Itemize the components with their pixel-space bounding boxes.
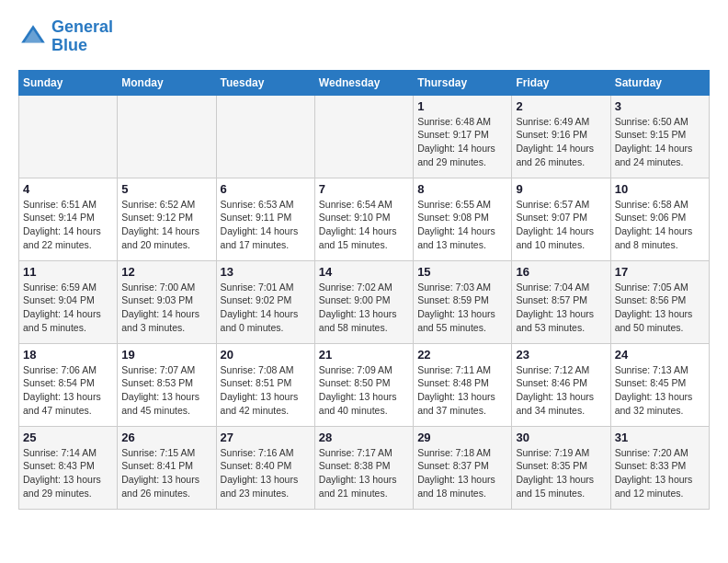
calendar-table: SundayMondayTuesdayWednesdayThursdayFrid… xyxy=(18,70,710,510)
day-number: 21 xyxy=(319,348,409,362)
calendar-cell: 7Sunrise: 6:54 AM Sunset: 9:10 PM Daylig… xyxy=(314,178,413,260)
day-number: 26 xyxy=(121,431,211,444)
day-number: 23 xyxy=(516,348,606,362)
logo-text: General Blue xyxy=(51,18,113,55)
calendar-cell: 20Sunrise: 7:08 AM Sunset: 8:51 PM Dayli… xyxy=(216,343,314,426)
day-number: 7 xyxy=(319,182,409,196)
day-number: 12 xyxy=(121,265,211,279)
day-number: 29 xyxy=(417,431,507,444)
calendar-cell: 22Sunrise: 7:11 AM Sunset: 8:48 PM Dayli… xyxy=(414,343,512,426)
calendar-cell: 3Sunrise: 6:50 AM Sunset: 9:15 PM Daylig… xyxy=(610,95,709,178)
day-info: Sunrise: 7:18 AM Sunset: 8:37 PM Dayligh… xyxy=(417,446,507,500)
calendar-cell: 14Sunrise: 7:02 AM Sunset: 9:00 PM Dayli… xyxy=(314,260,413,343)
day-number: 20 xyxy=(221,348,311,362)
weekday-header-monday: Monday xyxy=(118,70,216,95)
logo: General Blue xyxy=(18,18,113,55)
weekday-header-row: SundayMondayTuesdayWednesdayThursdayFrid… xyxy=(19,70,710,95)
day-number: 3 xyxy=(615,99,705,113)
day-info: Sunrise: 7:16 AM Sunset: 8:40 PM Dayligh… xyxy=(221,446,311,500)
day-number: 30 xyxy=(516,431,606,444)
page-header: General Blue xyxy=(18,18,710,55)
day-info: Sunrise: 7:00 AM Sunset: 9:03 PM Dayligh… xyxy=(121,281,211,335)
day-number: 13 xyxy=(221,265,311,279)
day-number: 17 xyxy=(615,265,705,279)
calendar-week-3: 11Sunrise: 6:59 AM Sunset: 9:04 PM Dayli… xyxy=(19,260,710,343)
weekday-header-tuesday: Tuesday xyxy=(216,70,314,95)
calendar-cell: 9Sunrise: 6:57 AM Sunset: 9:07 PM Daylig… xyxy=(512,178,610,260)
calendar-cell xyxy=(19,95,118,178)
calendar-week-5: 25Sunrise: 7:14 AM Sunset: 8:43 PM Dayli… xyxy=(19,426,710,509)
day-info: Sunrise: 7:13 AM Sunset: 8:45 PM Dayligh… xyxy=(615,363,705,418)
day-number: 9 xyxy=(516,182,606,196)
day-number: 14 xyxy=(319,265,409,279)
day-info: Sunrise: 6:55 AM Sunset: 9:08 PM Dayligh… xyxy=(417,198,507,252)
day-number: 10 xyxy=(615,182,705,196)
day-info: Sunrise: 6:48 AM Sunset: 9:17 PM Dayligh… xyxy=(417,115,507,169)
day-info: Sunrise: 6:57 AM Sunset: 9:07 PM Dayligh… xyxy=(516,198,606,252)
day-number: 2 xyxy=(516,99,606,113)
day-info: Sunrise: 7:14 AM Sunset: 8:43 PM Dayligh… xyxy=(23,446,113,500)
calendar-cell: 23Sunrise: 7:12 AM Sunset: 8:46 PM Dayli… xyxy=(512,343,610,426)
calendar-cell: 28Sunrise: 7:17 AM Sunset: 8:38 PM Dayli… xyxy=(314,426,413,509)
calendar-week-4: 18Sunrise: 7:06 AM Sunset: 8:54 PM Dayli… xyxy=(19,343,710,426)
calendar-cell: 29Sunrise: 7:18 AM Sunset: 8:37 PM Dayli… xyxy=(414,426,512,509)
calendar-cell: 5Sunrise: 6:52 AM Sunset: 9:12 PM Daylig… xyxy=(118,178,216,260)
calendar-cell: 17Sunrise: 7:05 AM Sunset: 8:56 PM Dayli… xyxy=(610,260,709,343)
day-number: 4 xyxy=(23,182,113,196)
calendar-cell: 6Sunrise: 6:53 AM Sunset: 9:11 PM Daylig… xyxy=(216,178,314,260)
day-info: Sunrise: 7:09 AM Sunset: 8:50 PM Dayligh… xyxy=(319,363,409,418)
day-info: Sunrise: 7:17 AM Sunset: 8:38 PM Dayligh… xyxy=(319,446,409,500)
weekday-header-sunday: Sunday xyxy=(19,70,118,95)
logo-icon xyxy=(18,22,48,52)
day-info: Sunrise: 7:07 AM Sunset: 8:53 PM Dayligh… xyxy=(121,363,211,418)
calendar-cell: 13Sunrise: 7:01 AM Sunset: 9:02 PM Dayli… xyxy=(216,260,314,343)
day-info: Sunrise: 6:49 AM Sunset: 9:16 PM Dayligh… xyxy=(516,115,606,169)
day-info: Sunrise: 7:04 AM Sunset: 8:57 PM Dayligh… xyxy=(516,281,606,335)
calendar-cell: 2Sunrise: 6:49 AM Sunset: 9:16 PM Daylig… xyxy=(512,95,610,178)
day-info: Sunrise: 7:11 AM Sunset: 8:48 PM Dayligh… xyxy=(417,363,507,418)
day-number: 6 xyxy=(221,182,311,196)
calendar-cell xyxy=(216,95,314,178)
day-info: Sunrise: 6:53 AM Sunset: 9:11 PM Dayligh… xyxy=(221,198,311,252)
weekday-header-wednesday: Wednesday xyxy=(314,70,413,95)
day-info: Sunrise: 7:15 AM Sunset: 8:41 PM Dayligh… xyxy=(121,446,211,500)
calendar-cell: 19Sunrise: 7:07 AM Sunset: 8:53 PM Dayli… xyxy=(118,343,216,426)
calendar-cell: 26Sunrise: 7:15 AM Sunset: 8:41 PM Dayli… xyxy=(118,426,216,509)
day-number: 5 xyxy=(121,182,211,196)
calendar-cell: 18Sunrise: 7:06 AM Sunset: 8:54 PM Dayli… xyxy=(19,343,118,426)
calendar-cell: 21Sunrise: 7:09 AM Sunset: 8:50 PM Dayli… xyxy=(314,343,413,426)
calendar-cell: 11Sunrise: 6:59 AM Sunset: 9:04 PM Dayli… xyxy=(19,260,118,343)
day-number: 1 xyxy=(417,99,507,113)
day-info: Sunrise: 6:51 AM Sunset: 9:14 PM Dayligh… xyxy=(23,198,113,252)
day-info: Sunrise: 6:54 AM Sunset: 9:10 PM Dayligh… xyxy=(319,198,409,252)
day-info: Sunrise: 6:59 AM Sunset: 9:04 PM Dayligh… xyxy=(23,281,113,335)
day-info: Sunrise: 6:50 AM Sunset: 9:15 PM Dayligh… xyxy=(615,115,705,169)
calendar-cell: 12Sunrise: 7:00 AM Sunset: 9:03 PM Dayli… xyxy=(118,260,216,343)
day-info: Sunrise: 6:58 AM Sunset: 9:06 PM Dayligh… xyxy=(615,198,705,252)
day-info: Sunrise: 7:08 AM Sunset: 8:51 PM Dayligh… xyxy=(221,363,311,418)
calendar-week-1: 1Sunrise: 6:48 AM Sunset: 9:17 PM Daylig… xyxy=(19,95,710,178)
day-number: 8 xyxy=(417,182,507,196)
calendar-cell: 31Sunrise: 7:20 AM Sunset: 8:33 PM Dayli… xyxy=(610,426,709,509)
day-info: Sunrise: 7:01 AM Sunset: 9:02 PM Dayligh… xyxy=(221,281,311,335)
day-info: Sunrise: 7:02 AM Sunset: 9:00 PM Dayligh… xyxy=(319,281,409,335)
day-info: Sunrise: 7:03 AM Sunset: 8:59 PM Dayligh… xyxy=(417,281,507,335)
day-info: Sunrise: 7:20 AM Sunset: 8:33 PM Dayligh… xyxy=(615,446,705,500)
calendar-cell: 8Sunrise: 6:55 AM Sunset: 9:08 PM Daylig… xyxy=(414,178,512,260)
day-number: 16 xyxy=(516,265,606,279)
day-info: Sunrise: 7:19 AM Sunset: 8:35 PM Dayligh… xyxy=(516,446,606,500)
calendar-cell: 24Sunrise: 7:13 AM Sunset: 8:45 PM Dayli… xyxy=(610,343,709,426)
day-info: Sunrise: 6:52 AM Sunset: 9:12 PM Dayligh… xyxy=(121,198,211,252)
calendar-cell: 15Sunrise: 7:03 AM Sunset: 8:59 PM Dayli… xyxy=(414,260,512,343)
calendar-cell: 27Sunrise: 7:16 AM Sunset: 8:40 PM Dayli… xyxy=(216,426,314,509)
day-number: 15 xyxy=(417,265,507,279)
day-number: 28 xyxy=(319,431,409,444)
weekday-header-friday: Friday xyxy=(512,70,610,95)
day-info: Sunrise: 7:05 AM Sunset: 8:56 PM Dayligh… xyxy=(615,281,705,335)
day-number: 11 xyxy=(23,265,113,279)
calendar-cell: 1Sunrise: 6:48 AM Sunset: 9:17 PM Daylig… xyxy=(414,95,512,178)
day-number: 18 xyxy=(23,348,113,362)
day-info: Sunrise: 7:12 AM Sunset: 8:46 PM Dayligh… xyxy=(516,363,606,418)
day-info: Sunrise: 7:06 AM Sunset: 8:54 PM Dayligh… xyxy=(23,363,113,418)
day-number: 19 xyxy=(121,348,211,362)
